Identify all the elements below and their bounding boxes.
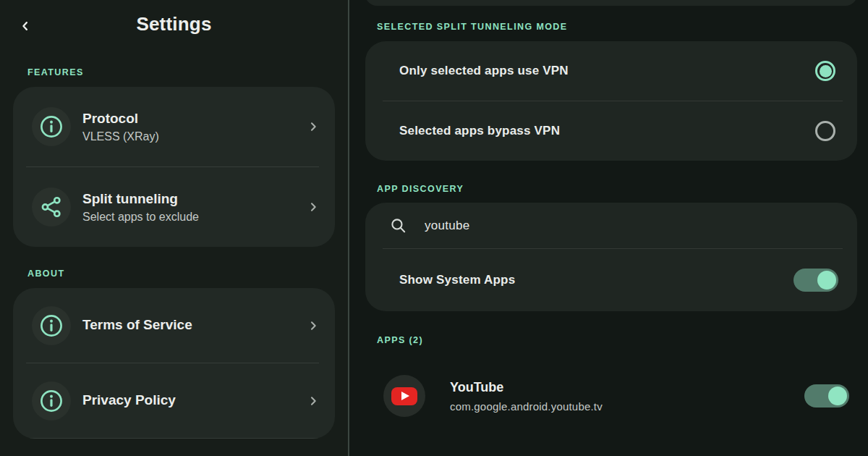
vpn-settings-screen: Settings FEATURES Protocol VLESS (XRay): [0, 0, 868, 456]
privacy-title: Privacy Policy: [82, 390, 176, 411]
privacy-texts: Privacy Policy: [82, 390, 176, 411]
protocol-texts: Protocol VLESS (XRay): [82, 109, 159, 145]
show-system-apps-toggle[interactable]: [793, 269, 838, 292]
section-header-features: FEATURES: [27, 67, 348, 77]
about-card: Terms of Service Privacy Policy: [13, 288, 335, 439]
app-search-input[interactable]: [423, 218, 840, 234]
page-title: Settings: [0, 13, 348, 35]
youtube-icon: [383, 375, 425, 417]
play-icon: [401, 392, 409, 400]
split-tunneling-title: Split tunneling: [82, 189, 199, 210]
share-icon: [32, 187, 71, 227]
protocol-title: Protocol: [82, 109, 159, 130]
option-label: Only selected apps use VPN: [399, 64, 569, 78]
option-only-selected-apps-use-vpn[interactable]: Only selected apps use VPN: [365, 41, 857, 101]
row-divider: [26, 438, 319, 439]
chevron-right-icon: [307, 320, 319, 332]
section-header-split-mode: SELECTED SPLIT TUNNELING MODE: [377, 22, 568, 32]
info-icon: [32, 381, 71, 421]
split-tunneling-subtitle: Select apps to exclude: [82, 209, 199, 225]
info-icon: [32, 107, 71, 146]
partial-card-top: [365, 0, 857, 6]
search-icon: [389, 216, 407, 235]
section-header-apps: APPS (2): [377, 335, 868, 345]
youtube-app-toggle[interactable]: [804, 384, 849, 408]
split-tunneling-panel: SELECTED SPLIT TUNNELING MODE Only selec…: [349, 0, 868, 456]
protocol-value: VLESS (XRay): [82, 129, 159, 145]
chevron-right-icon: [307, 201, 319, 213]
features-card: Protocol VLESS (XRay): [13, 87, 335, 247]
settings-item-protocol[interactable]: Protocol VLESS (XRay): [13, 87, 335, 166]
radio-only-selected-apps[interactable]: [815, 61, 835, 81]
app-package: com.google.android.youtube.tv: [450, 400, 603, 413]
show-system-apps-row[interactable]: Show System Apps: [365, 249, 857, 311]
terms-title: Terms of Service: [82, 315, 192, 336]
toggle-thumb: [828, 387, 847, 405]
toggle-thumb: [817, 271, 836, 290]
settings-header: Settings: [0, 0, 348, 36]
section-header-about: ABOUT: [27, 269, 348, 279]
settings-sidebar: Settings FEATURES Protocol VLESS (XRay): [0, 0, 348, 456]
info-icon: [32, 306, 71, 345]
app-list-item-youtube[interactable]: YouTube com.google.android.youtube.tv: [349, 367, 868, 425]
terms-texts: Terms of Service: [82, 315, 192, 336]
radio-selected-apps-bypass[interactable]: [815, 121, 835, 141]
show-system-apps-label: Show System Apps: [399, 273, 515, 287]
split-tunneling-texts: Split tunneling Select apps to exclude: [82, 189, 199, 225]
app-name: YouTube: [450, 379, 603, 396]
settings-item-terms-of-service[interactable]: Terms of Service: [13, 288, 335, 363]
split-mode-card: Only selected apps use VPN Selected apps…: [365, 41, 857, 161]
app-discovery-card: Show System Apps: [365, 203, 857, 311]
back-button[interactable]: [14, 16, 36, 38]
chevron-right-icon: [307, 121, 319, 132]
option-label: Selected apps bypass VPN: [399, 124, 560, 138]
section-header-app-discovery: APP DISCOVERY: [377, 184, 868, 194]
chevron-left-icon: [19, 20, 32, 35]
youtube-badge: [391, 387, 417, 405]
settings-item-split-tunneling[interactable]: Split tunneling Select apps to exclude: [13, 167, 335, 247]
option-selected-apps-bypass-vpn[interactable]: Selected apps bypass VPN: [365, 101, 857, 161]
chevron-right-icon: [307, 395, 319, 407]
settings-item-privacy-policy[interactable]: Privacy Policy: [13, 363, 335, 438]
app-texts: YouTube com.google.android.youtube.tv: [450, 379, 603, 412]
app-search-row: [365, 203, 857, 248]
